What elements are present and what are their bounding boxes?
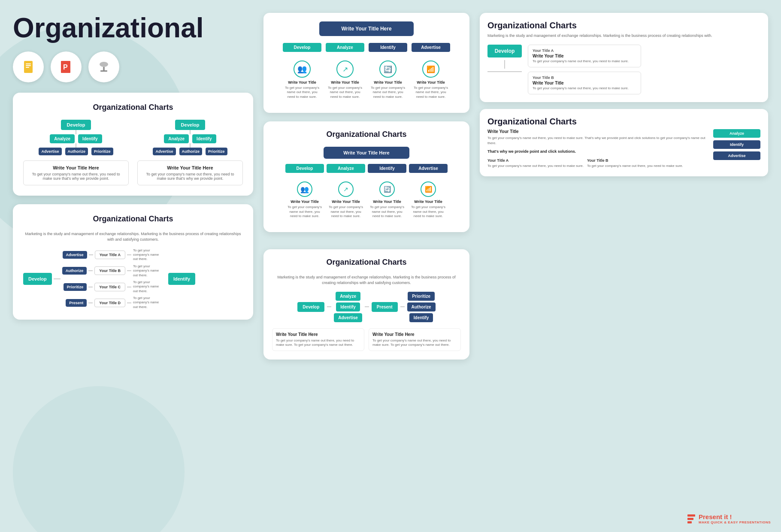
slide4-advertise: Advertise (63, 251, 87, 259)
slide2-advertise-btn: Advertise (412, 43, 450, 52)
slide2-col-1: Develop (283, 43, 321, 55)
slide1-chart1-desc: Write Your Title Here To get your compan… (23, 160, 129, 185)
svg-text:P: P (63, 63, 68, 71)
slide1-chart1-desc-title: Write Your Title Here (30, 165, 122, 170)
slide-right2-text-title: Write Your Title (487, 129, 708, 134)
slide2-item-2: ↗ Write Your Title To get your company's… (326, 60, 364, 99)
connector3 (190, 130, 191, 134)
slide5-subtitle: Marketing is the study and management of… (272, 275, 461, 285)
slide3-item3-desc: To get your company's name out there, yo… (368, 205, 406, 218)
bg-blob-bottom (13, 386, 185, 532)
slide2-col-3: Identify (369, 43, 407, 55)
slide3-item1-desc: To get your company's name out there, yo… (285, 205, 324, 218)
slide2-item3-title: Write Your Title (374, 80, 402, 85)
slide3-item4-desc: To get your company's name out there, yo… (409, 205, 448, 218)
slide4-identify: Identify (168, 273, 195, 285)
slide1-chart2: Develop Analyze Identify Advertise Autho… (137, 120, 243, 185)
slide3-icon-2: ↗ (338, 181, 354, 197)
slide3-header: Write Your Title Here (324, 147, 409, 159)
svg-rect-3 (26, 67, 29, 68)
slide4-identify-block: Identify (168, 273, 195, 285)
v-conn (504, 60, 505, 69)
slide3-item-3: 🔄 Write Your Title To get your company's… (368, 181, 406, 218)
slide3-labels-row: Develop Analyze Identify Advertise (285, 164, 448, 173)
logo-tagline: MAKE QUICK & EASY PRESENTATIONS (699, 520, 771, 524)
logo-bar-1 (687, 514, 695, 517)
slide5-org: Develop Analyze Identify Advertise Prese… (272, 292, 461, 322)
slide-right1-title-b: Write Your Title (533, 81, 636, 85)
slide3-item2-title: Write Your Title (332, 200, 360, 204)
slide5-desc1-title: Write Your Title Here (276, 332, 360, 337)
slide2-labels-row: Develop Analyze Identify Advertise (272, 43, 461, 55)
slide-right1-info-col: Your Title A Write Your Title To get you… (528, 45, 641, 95)
slide5-prioritize: Prioritize (408, 292, 435, 301)
h-c (89, 254, 93, 255)
slide-card-1: Organizational Charts Develop Analyze Id… (13, 93, 253, 196)
slide4-desc-d: To get your company's name out there. (133, 296, 163, 309)
slide5-develop: Develop (297, 302, 324, 312)
slide2-analyze-btn: Analyze (326, 43, 364, 52)
slide-right1-desc-a: To get your company's name out there, yo… (533, 59, 636, 63)
slide1-chart2-authorize: Authorize (179, 148, 203, 155)
slide-right2-content: Write Your Title To get your company's n… (487, 129, 760, 168)
slide3-analyze: Analyze (327, 164, 365, 173)
slide2-item-3: 🔄 Write Your Title To get your company's… (369, 60, 407, 99)
keynote-icon[interactable] (88, 51, 119, 82)
slide2-col-4: Advertise (412, 43, 450, 55)
h-c6 (127, 287, 131, 287)
slide-right1-content: Develop Your Title A Write Your Title To… (487, 45, 760, 95)
main-title: Organizational (13, 13, 253, 43)
slide5-identify-right: Identify (409, 313, 433, 322)
slide-right2-title: Organizational Charts (487, 117, 760, 127)
connector4 (190, 143, 191, 148)
slide4-root-block: Develop (23, 273, 52, 285)
slide1-chart1-level2: Analyze Identify (50, 134, 102, 143)
slide2-item2-desc: To get your company's name out there, yo… (326, 86, 364, 99)
google-slides-icon[interactable] (13, 51, 44, 82)
slide-right1-develop-btn: Develop (487, 45, 522, 57)
slide4-tree: Develop Advertise Your Title A To get yo… (23, 248, 243, 310)
slide1-chart1-level3: Advertise Authorize Prioritize (39, 148, 113, 155)
h-c3 (88, 270, 93, 271)
slide3-card: Organizational Charts Write Your Title H… (263, 121, 469, 232)
slide3-title: Organizational Charts (272, 130, 461, 139)
slide-right1-card: Organizational Charts Marketing is the s… (480, 13, 768, 102)
slide1-chart1-prioritize: Prioritize (91, 148, 113, 155)
brand-logo: Present it ! MAKE QUICK & EASY PRESENTAT… (687, 514, 771, 525)
slide2-item2-title: Write Your Title (331, 80, 359, 85)
app-icons-row: P (13, 51, 253, 82)
slide2-item1-desc: To get your company's name out there, yo… (283, 86, 321, 99)
slide2-item4-desc: To get your company's name out there, yo… (412, 86, 450, 99)
slide-right2-bottom-b-desc: To get your company's name out there, yo… (587, 164, 683, 168)
slide-right1-title-a: Write Your Title (533, 54, 636, 58)
slide2-icons-row: 👥 Write Your Title To get your company's… (272, 60, 461, 99)
slide1-chart2-root: Develop (175, 120, 206, 130)
slide4-prioritize: Prioritize (64, 283, 87, 291)
slide5-card: Organizational Charts Marketing is the s… (263, 249, 469, 360)
powerpoint-icon[interactable]: P (51, 51, 82, 82)
slide5-analyze: Analyze (336, 292, 360, 301)
slide3-item4-title: Write Your Title (414, 200, 442, 204)
slide-right2-text-body: To get your company's name out there, yo… (487, 136, 708, 145)
connector (76, 130, 76, 134)
slide3-develop: Develop (285, 164, 324, 173)
slide-right1-title: Organizational Charts (487, 21, 760, 30)
slide-card-4: Organizational Charts Marketing is the s… (13, 204, 253, 320)
slide2-icon-3: 🔄 (379, 60, 397, 78)
h-c2 (127, 254, 131, 255)
slide-right2-bottom-a-label: Your Title A (487, 158, 584, 163)
slide1-two-col: Develop Analyze Identify Advertise Autho… (23, 120, 243, 185)
slide-right2-nav-analyze: Analyze (713, 129, 760, 138)
slide5-title: Organizational Charts (272, 258, 461, 267)
slide5-present: Present (372, 302, 398, 312)
slide-right2-bottom-a: Your Title A To get your company's name … (487, 158, 584, 168)
svg-rect-8 (103, 67, 105, 70)
h-line-2 (365, 306, 369, 307)
slide4-root: Develop (23, 273, 52, 285)
slide4-present: Present (66, 299, 87, 307)
slide1-chart1-desc-text: To get your company's name out there, yo… (30, 172, 122, 181)
svg-rect-2 (26, 65, 31, 66)
middle-column: Write Your Title Here Develop Analyze Id… (263, 13, 469, 368)
slide2-item4-title: Write Your Title (417, 80, 445, 85)
slide1-chart2-desc-text: To get your company's name out there, yo… (144, 172, 236, 181)
